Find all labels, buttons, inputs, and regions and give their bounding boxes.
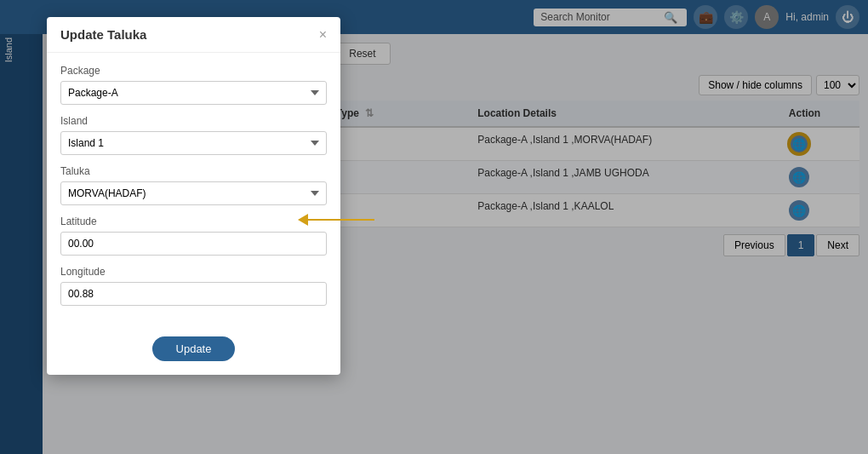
modal-close-button[interactable]: × [319, 28, 327, 42]
latitude-input[interactable] [60, 232, 327, 256]
taluka-label: Taluka [60, 165, 327, 177]
update-taluka-modal: Update Taluka × Package Package-A Island… [47, 17, 340, 375]
modal-body: Package Package-A Island Island 1 Taluka… [47, 53, 340, 328]
modal-header: Update Taluka × [47, 17, 340, 53]
package-label: Package [60, 65, 327, 77]
update-button[interactable]: Update [152, 336, 236, 361]
island-field-group: Island Island 1 [60, 115, 327, 155]
latitude-field-group: Latitude [60, 216, 327, 256]
modal-title: Update Taluka [60, 27, 146, 42]
island-select[interactable]: Island 1 [60, 131, 327, 155]
modal-footer: Update [47, 328, 340, 375]
taluka-field-group: Taluka MORVA(HADAF) [60, 165, 327, 205]
package-select[interactable]: Package-A [60, 81, 327, 105]
latitude-label: Latitude [60, 216, 327, 227]
island-label: Island [60, 115, 327, 127]
longitude-label: Longitude [60, 266, 327, 278]
longitude-field-group: Longitude [60, 266, 327, 306]
package-field-group: Package Package-A [60, 65, 327, 105]
taluka-select[interactable]: MORVA(HADAF) [60, 181, 327, 205]
longitude-input[interactable] [60, 282, 327, 306]
